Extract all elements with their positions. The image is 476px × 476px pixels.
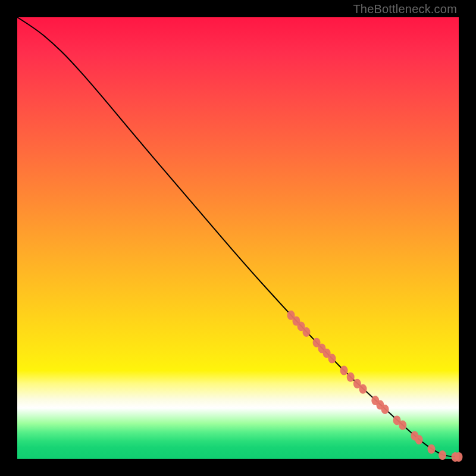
chart-frame: TheBottleneck.com <box>0 0 476 476</box>
data-marker <box>381 405 389 414</box>
data-marker <box>455 452 463 462</box>
data-marker <box>415 435 423 444</box>
data-marker <box>328 354 336 364</box>
plot-area <box>17 17 459 459</box>
data-marker <box>399 421 406 430</box>
data-marker <box>340 366 348 375</box>
data-marker <box>439 450 446 460</box>
chart-overlay <box>17 17 459 459</box>
data-marker <box>347 372 355 382</box>
data-marker <box>359 384 367 394</box>
marker-group <box>287 311 463 462</box>
data-marker <box>303 327 311 337</box>
curve-line <box>17 17 459 457</box>
watermark-text: TheBottleneck.com <box>353 2 457 16</box>
data-marker <box>428 444 436 454</box>
